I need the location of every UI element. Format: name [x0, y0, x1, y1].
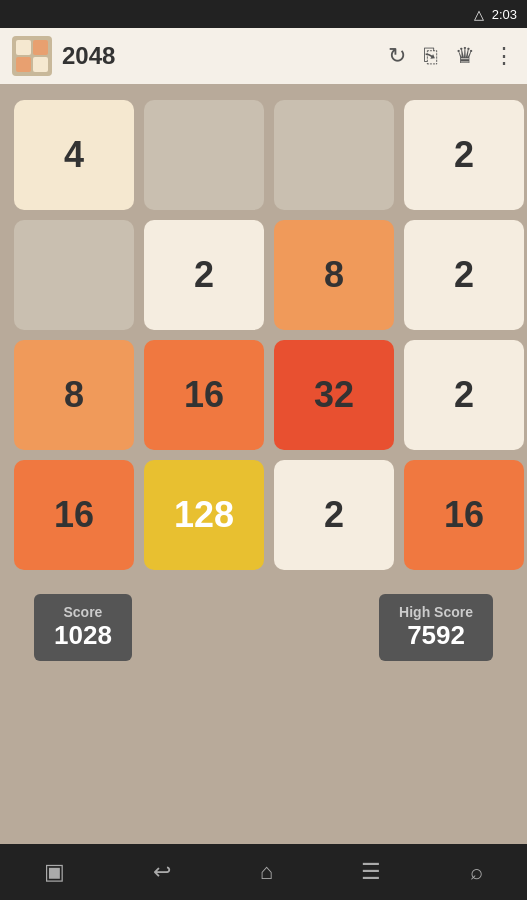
tile-6: 8 [274, 220, 394, 330]
refresh-icon[interactable]: ↻ [388, 43, 406, 69]
game-grid: 4228281632216128216 [14, 100, 513, 570]
more-menu-icon[interactable]: ⋮ [493, 43, 515, 69]
tile-1 [144, 100, 264, 210]
recents-icon[interactable]: ▣ [44, 859, 65, 885]
tile-4 [14, 220, 134, 330]
back-icon[interactable]: ↩ [153, 859, 171, 885]
tile-11: 2 [404, 340, 524, 450]
score-label: Score [54, 604, 112, 620]
score-value: 1028 [54, 620, 112, 651]
status-bar: △ 2:03 [0, 0, 527, 28]
status-time: 2:03 [492, 7, 517, 22]
tile-2 [274, 100, 394, 210]
home-icon[interactable]: ⌂ [260, 859, 273, 885]
nav-bar: ▣ ↩ ⌂ ☰ ⌕ [0, 844, 527, 900]
share-icon[interactable]: ⎘ [424, 43, 437, 69]
logo-cell-4 [33, 57, 48, 72]
tile-9: 16 [144, 340, 264, 450]
high-score-label: High Score [399, 604, 473, 620]
tile-13: 128 [144, 460, 264, 570]
logo-cell-2 [33, 40, 48, 55]
app-title: 2048 [62, 42, 378, 70]
game-area: 4228281632216128216 Score 1028 High Scor… [0, 84, 527, 844]
high-score-box: High Score 7592 [379, 594, 493, 661]
high-score-value: 7592 [399, 620, 473, 651]
tile-5: 2 [144, 220, 264, 330]
wifi-icon: △ [474, 7, 484, 22]
logo-cell-3 [16, 57, 31, 72]
search-icon[interactable]: ⌕ [470, 859, 483, 885]
tile-15: 16 [404, 460, 524, 570]
tile-14: 2 [274, 460, 394, 570]
tile-12: 16 [14, 460, 134, 570]
tile-7: 2 [404, 220, 524, 330]
logo-cell-1 [16, 40, 31, 55]
tile-0: 4 [14, 100, 134, 210]
crown-icon[interactable]: ♛ [455, 43, 475, 69]
tile-8: 8 [14, 340, 134, 450]
tile-3: 2 [404, 100, 524, 210]
app-bar-icons: ↻ ⎘ ♛ ⋮ [388, 43, 515, 69]
tile-10: 32 [274, 340, 394, 450]
score-box: Score 1028 [34, 594, 132, 661]
app-bar: 2048 ↻ ⎘ ♛ ⋮ [0, 28, 527, 84]
score-area: Score 1028 High Score 7592 [14, 594, 513, 661]
menu-icon[interactable]: ☰ [361, 859, 381, 885]
app-logo [12, 36, 52, 76]
